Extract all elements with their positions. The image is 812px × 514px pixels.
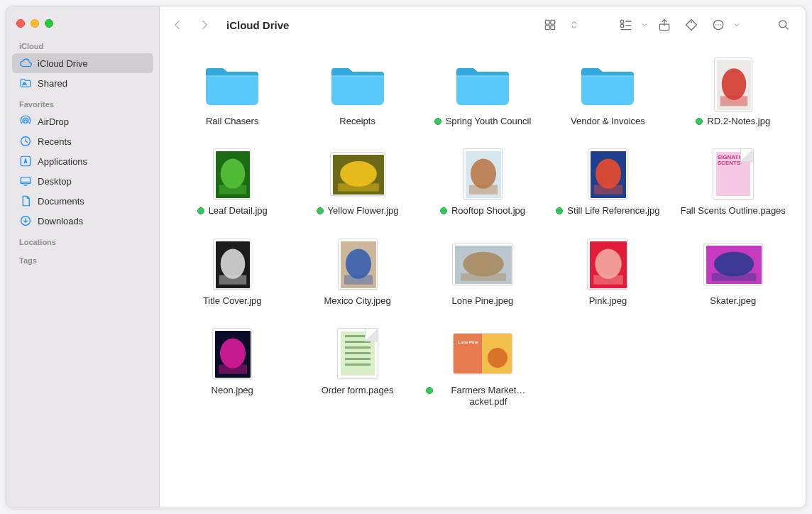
sidebar: iCloudiCloud DriveSharedFavoritesAirDrop…	[6, 6, 160, 508]
file-item[interactable]: Yellow Flower.jpg	[297, 148, 418, 217]
file-label: Still Life Reference.jpg	[567, 205, 659, 217]
forward-button[interactable]	[192, 14, 216, 35]
file-item[interactable]: Title Cover.jpg	[172, 239, 292, 307]
minimize-window-button[interactable]	[31, 19, 39, 28]
zoom-window-button[interactable]	[45, 19, 53, 28]
airdrop-icon	[19, 115, 32, 128]
sidebar-item-label: AirDrop	[38, 116, 69, 127]
sidebar-item-downloads[interactable]: Downloads	[12, 211, 153, 231]
file-thumbnail	[202, 328, 263, 379]
tag-dot-green	[696, 118, 703, 125]
sidebar-item-label: Recents	[38, 136, 72, 147]
svg-rect-11	[545, 26, 549, 30]
sidebar-item-label: Desktop	[38, 176, 72, 187]
file-thumbnail	[577, 148, 638, 199]
file-thumbnail	[452, 239, 513, 290]
svg-rect-31	[219, 185, 246, 195]
search-button[interactable]	[772, 14, 796, 35]
svg-rect-52	[594, 275, 624, 284]
file-label: Farmers Market…acket.pdf	[437, 385, 539, 408]
svg-rect-37	[469, 185, 498, 195]
folder-icon	[202, 59, 263, 110]
file-item[interactable]: Rail Chasers	[172, 59, 292, 127]
sidebar-item-documents[interactable]: Documents	[12, 191, 153, 211]
svg-rect-12	[551, 26, 555, 30]
svg-point-33	[340, 161, 377, 187]
svg-point-39	[596, 159, 621, 189]
svg-rect-34	[338, 184, 379, 192]
sidebar-item-desktop[interactable]: Desktop	[12, 171, 153, 191]
sidebar-section-label: iCloud	[6, 35, 159, 53]
svg-point-1	[24, 120, 28, 124]
file-label: Order form.pages	[322, 385, 394, 396]
group-by-control[interactable]	[614, 14, 649, 35]
finder-window: iCloudiCloud DriveSharedFavoritesAirDrop…	[6, 6, 806, 508]
svg-rect-46	[344, 275, 373, 284]
file-item[interactable]: Spring Youth Council	[422, 59, 543, 127]
svg-point-23	[720, 24, 722, 26]
file-item[interactable]: Vendor & Invoices	[547, 59, 668, 127]
clock-icon	[19, 135, 32, 148]
file-item[interactable]: Receipts	[297, 59, 418, 127]
file-item[interactable]: Order form.pages	[297, 328, 418, 408]
documents-icon	[19, 195, 32, 207]
tag-dot-green	[434, 118, 441, 125]
file-thumbnail	[703, 239, 764, 290]
more-actions-button[interactable]	[706, 14, 742, 35]
svg-point-22	[718, 24, 719, 26]
view-switcher-icon	[569, 14, 580, 35]
file-item[interactable]: RD.2-Notes.jpg	[673, 59, 794, 127]
file-item[interactable]: SIGNATU SCENTSFall Scents Outline.pages	[673, 148, 794, 217]
sidebar-item-icloud-drive[interactable]: iCloud Drive	[12, 53, 153, 73]
file-item[interactable]: Lone Pine.jpeg	[422, 239, 543, 307]
file-label: Rail Chasers	[206, 116, 258, 127]
svg-point-21	[715, 24, 717, 26]
svg-point-57	[220, 338, 246, 368]
file-thumbnail	[327, 148, 388, 199]
file-thumbnail	[327, 239, 388, 290]
file-item[interactable]: Leaf Detail.jpg	[172, 148, 292, 217]
sidebar-item-label: Applications	[38, 156, 87, 167]
file-item[interactable]: Skater.jpeg	[673, 239, 794, 307]
downloads-icon	[19, 214, 32, 227]
file-thumbnail	[452, 148, 513, 199]
file-label: Title Cover.jpg	[203, 295, 262, 307]
svg-point-51	[596, 248, 622, 278]
folder-icon	[452, 59, 513, 110]
applications-icon	[19, 155, 32, 168]
sidebar-item-shared[interactable]: Shared	[12, 73, 153, 93]
svg-rect-5	[21, 177, 31, 184]
svg-line-25	[786, 27, 789, 30]
file-item[interactable]: Pink.jpeg	[547, 239, 668, 307]
file-item[interactable]: Rooftop Shoot.jpg	[422, 148, 543, 217]
view-mode-control[interactable]	[543, 14, 580, 35]
file-label: Lone Pine.jpeg	[452, 295, 514, 307]
toolbar: iCloud Drive	[160, 6, 806, 43]
file-label: Yellow Flower.jpg	[328, 205, 399, 217]
file-thumbnail: SIGNATU SCENTS	[703, 148, 764, 199]
back-button[interactable]	[165, 14, 190, 35]
tags-button[interactable]	[679, 14, 703, 35]
svg-point-42	[221, 248, 246, 278]
file-label: Vendor & Invoices	[571, 116, 645, 127]
file-thumbnail	[327, 328, 388, 379]
desktop-icon	[19, 175, 32, 187]
file-thumbnail	[202, 239, 263, 290]
file-label: Rooftop Shoot.jpg	[451, 205, 525, 217]
svg-rect-9	[545, 20, 549, 24]
svg-rect-55	[712, 273, 756, 280]
sidebar-item-recents[interactable]: Recents	[12, 131, 153, 151]
chevron-down-icon	[640, 14, 649, 35]
file-item[interactable]: Still Life Reference.jpg	[547, 148, 668, 217]
svg-point-36	[471, 159, 496, 189]
chevron-down-icon	[732, 14, 742, 35]
file-item[interactable]: Mexico City.jpeg	[297, 239, 418, 307]
svg-text:Lone Pine: Lone Pine	[458, 340, 478, 344]
sidebar-section-label: Tags	[6, 249, 159, 268]
file-item[interactable]: Lone Pine Farmers Market…acket.pdf	[422, 328, 543, 408]
file-item[interactable]: Neon.jpeg	[172, 328, 292, 408]
sidebar-item-airdrop[interactable]: AirDrop	[12, 111, 153, 131]
close-window-button[interactable]	[16, 19, 25, 28]
sidebar-item-applications[interactable]: Applications	[12, 151, 153, 171]
share-button[interactable]	[652, 14, 676, 35]
